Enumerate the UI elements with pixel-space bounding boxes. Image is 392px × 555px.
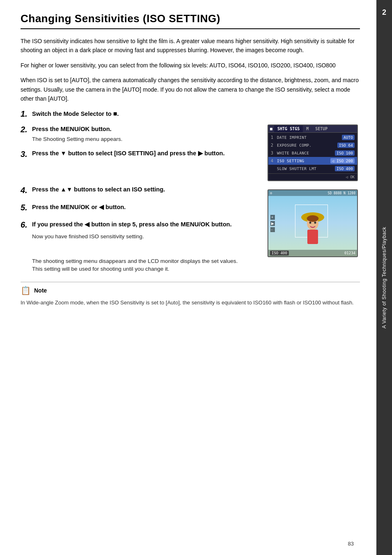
note-label: Note [34, 287, 47, 294]
steps-2-3-with-image: 2. Press the MENU/OK button. The Shootin… [21, 124, 360, 181]
note-icon: 📋 [21, 286, 31, 295]
step-2-bold2: button. [90, 126, 111, 132]
step-6-bold3: button. [210, 221, 232, 228]
step-3-bold2: button to select [ISO SETTING] and press… [67, 150, 198, 157]
step-2-menuok: MENU/OK [60, 125, 90, 132]
step-3: 3. Press the ▼ button to select [ISO SET… [21, 149, 261, 159]
main-content: Changing Sensitivities (ISO SETTING) The… [0, 0, 376, 555]
step-3-symbol2: ▶ [198, 150, 203, 157]
step-6-sub2: The shooting setting menu disappears and… [32, 258, 360, 264]
step-6-bold1: If you pressed the [32, 221, 85, 228]
menu-row-5: SLOW SHUTTER LMT ISO 400 [268, 165, 357, 173]
camera-photo-screen: ⊙ SD 8888 N 1280 [267, 189, 358, 257]
intro-para-2: For higher or lower sensitivity, you can… [21, 61, 360, 70]
step-6-number: 6. [21, 220, 32, 230]
menu-row-4-label: ISO SETTING [277, 159, 330, 163]
menu-row-3-value: ISO 100 [335, 150, 355, 156]
photo-bottom-bar: ISO 400 01234 [268, 250, 357, 256]
step-2-content: Press the MENU/OK button. The Shooting S… [32, 124, 261, 143]
step-5-bold3: button. [104, 204, 126, 210]
side-tab: 2 A Variety of Shooting Techniques/Playb… [376, 0, 392, 555]
camera-menu-rows: 1 DATE IMPRINT AUTO 2 EXPOSURE COMP. ISO… [268, 133, 357, 173]
step-6-symbol1: ◀ [85, 221, 90, 228]
menu-row-4-value: ◁ ISO 200 [330, 158, 355, 164]
camera-mode-icon: ■ [268, 125, 274, 132]
page-number: 83 [348, 541, 354, 547]
svg-rect-4 [307, 230, 318, 244]
step-4-number: 4. [21, 185, 32, 195]
indicator-bot: - [270, 227, 275, 232]
photo-screen-image: ⊙ SD 8888 N 1280 [267, 185, 360, 257]
side-tab-text: A Variety of Shooting Techniques/Playbac… [381, 227, 387, 329]
menu-row-4-num: 4 [271, 159, 275, 163]
note-text: In Wide-angle Zoom mode, when the ISO Se… [21, 299, 360, 307]
menu-row-2-value: ISO 64 [337, 143, 355, 148]
step-1-number: 1. [21, 109, 32, 119]
step-6-sub1: Now you have finished ISO sensitivity se… [32, 233, 261, 241]
menu-screen-image: ■ SHTG STGS M SETUP 1 DATE IMPRINT AUTO [267, 124, 360, 181]
svg-point-3 [307, 215, 318, 222]
step-2: 2. Press the MENU/OK button. The Shootin… [21, 124, 261, 143]
step-2-sub: The Shooting Setting menu appears. [32, 135, 261, 143]
menu-row-3-num: 3 [271, 151, 275, 155]
step-3-bold1: Press the [32, 150, 60, 157]
step-1-text: Switch the Mode Selector to [32, 111, 113, 117]
step-4: 4. Press the ▲▼ buttons to select an ISO… [21, 185, 261, 195]
step-1-content: Switch the Mode Selector to ■. [32, 109, 360, 119]
step-4-bold1: Press the [32, 186, 60, 193]
step-6-menuok: MENU/OK [181, 221, 210, 228]
camera-tab-m: M [303, 125, 312, 132]
menu-row-1-num: 1 [271, 135, 275, 140]
menu-row-3: 3 WHITE BALANCE ISO 100 [268, 149, 357, 157]
step-3-content: Press the ▼ button to select [ISO SETTIN… [32, 149, 261, 158]
photo-side-indicators: + ▶ - [270, 215, 275, 232]
camera-tab-shtg: SHTG STGS [274, 125, 303, 132]
camera-menu-screen: ■ SHTG STGS M SETUP 1 DATE IMPRINT AUTO [267, 124, 358, 181]
step-2-bold1: Press the [32, 126, 60, 132]
step-3-symbol1: ▼ [60, 150, 66, 157]
steps-left-col-2: 4. Press the ▲▼ buttons to select an ISO… [21, 185, 261, 246]
menu-footer-text: ◁ OK [346, 175, 355, 179]
indicator-top: + [270, 215, 275, 220]
step-6-bold2: button in step 5, press also the [90, 221, 181, 228]
page-title: Changing Sensitivities (ISO SETTING) [21, 12, 360, 29]
step-1: 1. Switch the Mode Selector to ■. [21, 109, 360, 119]
camera-tab-setup: SETUP [312, 125, 331, 132]
menu-row-3-label: WHITE BALANCE [277, 151, 335, 155]
menu-row-4: 4 ISO SETTING ◁ ISO 200 [268, 157, 357, 165]
menu-row-1-label: DATE IMPRINT [277, 135, 342, 140]
note-section: 📋 Note In Wide-angle Zoom mode, when the… [21, 282, 360, 307]
iso-badge: ISO 400 [270, 251, 289, 256]
photo-frame-count: 01234 [344, 251, 355, 255]
menu-row-5-value: ISO 400 [335, 166, 355, 171]
svg-point-5 [309, 222, 311, 224]
step-2-number: 2. [21, 124, 32, 134]
svg-point-6 [314, 222, 316, 224]
step-6-extra-subs: The shooting setting menu disappears and… [32, 258, 360, 272]
menu-row-1: 1 DATE IMPRINT AUTO [268, 134, 357, 141]
photo-status-bar: ⊙ SD 8888 N 1280 [268, 190, 357, 196]
step-4-bold2: buttons to select an ISO setting. [72, 186, 165, 193]
step-4-symbols: ▲▼ [60, 186, 72, 193]
step-5-bold1: Press the [32, 204, 60, 210]
step-5-number: 5. [21, 203, 32, 212]
menu-row-2-label: EXPOSURE COMP. [277, 143, 337, 147]
steps-4-6-with-image: 4. Press the ▲▼ buttons to select an ISO… [21, 185, 360, 257]
step-6: 6. If you pressed the ◀ button in step 5… [21, 220, 261, 241]
step-5-symbol: ◀ [99, 204, 104, 210]
photo-status-icon: ⊙ [270, 191, 272, 195]
intro-para-1: The ISO sensitivity indicates how sensit… [21, 37, 360, 55]
menu-row-2-num: 2 [271, 143, 275, 147]
menu-row-2: 2 EXPOSURE COMP. ISO 64 [268, 141, 357, 149]
steps-area: 1. Switch the Mode Selector to ■. 2. Pre… [21, 109, 360, 272]
step-6-content: If you pressed the ◀ button in step 5, p… [32, 220, 261, 241]
page-container: Changing Sensitivities (ISO SETTING) The… [0, 0, 392, 555]
person-figure [298, 205, 327, 250]
step-3-number: 3. [21, 149, 32, 159]
step-6-sub3: This setting will be used for shooting u… [32, 266, 360, 272]
step-5-menuok: MENU/OK [60, 203, 90, 210]
indicator-mid: ▶ [270, 221, 275, 226]
menu-row-5-label: SLOW SHUTTER LMT [277, 166, 335, 171]
step-5-content: Press the MENU/OK or ◀ button. [32, 203, 261, 212]
camera-menu-footer: ◁ OK [268, 173, 357, 180]
